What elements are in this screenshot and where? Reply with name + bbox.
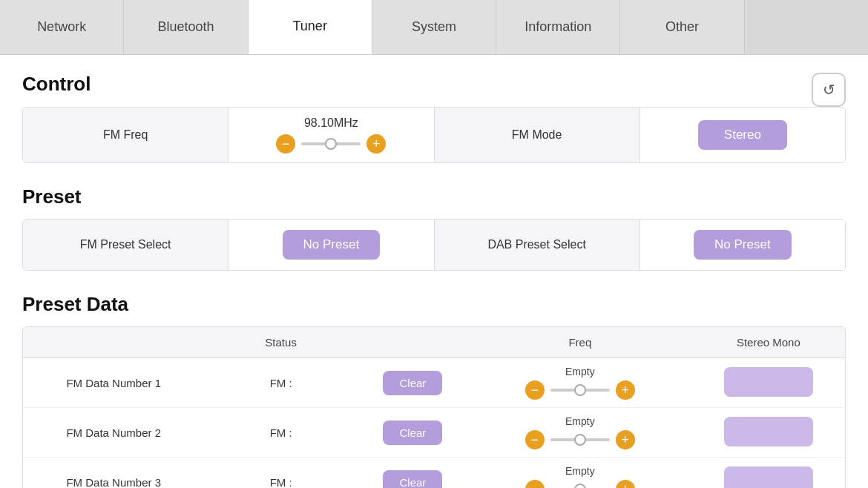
row1-stereo-placeholder (724, 367, 813, 397)
tab-tuner[interactable]: Tuner (249, 0, 372, 54)
row1-clear-cell: Clear (358, 371, 468, 395)
row3-clear-button[interactable]: Clear (383, 470, 442, 489)
row3-minus-button[interactable]: − (525, 480, 545, 488)
fm-freq-value-cell: 98.10MHz − + (228, 108, 434, 162)
row2-clear-button[interactable]: Clear (383, 421, 442, 445)
row3-stereo (692, 466, 845, 489)
freq-slider-thumb (325, 138, 337, 150)
row3-freq-slider: − + (525, 480, 635, 488)
stereo-button[interactable]: Stereo (698, 120, 787, 150)
main-content: Control ↺ FM Freq 98.10MHz − + FM Mode (0, 55, 868, 488)
tab-other[interactable]: Other (620, 0, 744, 54)
row2-stereo (692, 417, 845, 449)
tab-bluetooth[interactable]: Bluetooth (124, 0, 248, 54)
table-row: FM Data Number 3 FM : Clear Empty − + (23, 458, 845, 488)
table-header: Status Freq Stereo Mono (23, 327, 845, 358)
row3-clear-cell: Clear (358, 470, 468, 489)
row2-minus-button[interactable]: − (525, 430, 545, 449)
dab-preset-btn-cell: No Preset (640, 220, 845, 270)
row2-slider-track[interactable] (550, 438, 610, 441)
th-stereo-mono: Stereo Mono (692, 333, 845, 352)
row1-name: FM Data Number 1 (23, 377, 204, 389)
row2-freq: Empty − + (468, 415, 692, 449)
preset-title: Preset (22, 185, 846, 208)
dab-no-preset-button[interactable]: No Preset (694, 230, 792, 260)
freq-plus-button[interactable]: + (366, 134, 386, 154)
row3-name: FM Data Number 3 (23, 476, 204, 489)
freq-slider-row: − + (276, 134, 386, 154)
row2-clear-cell: Clear (358, 421, 468, 445)
th-clear (358, 333, 468, 352)
row1-slider-track[interactable] (550, 389, 610, 392)
table-row: FM Data Number 1 FM : Clear Empty − + (23, 358, 845, 408)
tab-system[interactable]: System (372, 0, 496, 54)
control-header: Control ↺ (22, 73, 846, 107)
row3-status: FM : (204, 476, 357, 489)
row1-plus-button[interactable]: + (616, 380, 635, 400)
fm-freq-label-cell: FM Freq (23, 108, 228, 162)
freq-value: 98.10MHz (304, 116, 358, 130)
fm-no-preset-button[interactable]: No Preset (283, 230, 381, 260)
row2-freq-slider: − + (525, 430, 635, 449)
preset-row: FM Preset Select No Preset DAB Preset Se… (22, 219, 846, 271)
tab-extra (745, 0, 868, 54)
refresh-icon: ↺ (823, 81, 835, 99)
refresh-button[interactable]: ↺ (812, 73, 846, 107)
stereo-cell: Stereo (640, 108, 845, 162)
row1-minus-button[interactable]: − (525, 380, 545, 400)
th-status: Status (204, 333, 357, 352)
tab-network[interactable]: Network (0, 0, 124, 54)
table-row: FM Data Number 2 FM : Clear Empty − + (23, 408, 845, 458)
row3-freq: Empty − + (468, 465, 692, 488)
freq-minus-button[interactable]: − (276, 134, 295, 154)
fm-mode-label-cell: FM Mode (435, 108, 640, 162)
th-freq: Freq (468, 333, 692, 352)
row1-freq: Empty − + (468, 366, 692, 400)
fm-preset-label-cell: FM Preset Select (23, 220, 228, 270)
row2-slider-thumb (574, 434, 586, 446)
row3-slider-thumb (574, 484, 586, 488)
row1-clear-button[interactable]: Clear (383, 371, 442, 395)
row2-name: FM Data Number 2 (23, 426, 204, 439)
row2-plus-button[interactable]: + (616, 430, 635, 449)
preset-data-table: Status Freq Stereo Mono FM Data Number 1… (22, 326, 846, 488)
row2-stereo-placeholder (724, 417, 813, 446)
row2-status: FM : (204, 426, 357, 439)
control-title: Control (22, 73, 91, 96)
fm-preset-btn-cell: No Preset (228, 220, 434, 270)
tab-bar: Network Bluetooth Tuner System Informati… (0, 0, 868, 55)
preset-data-title: Preset Data (22, 293, 846, 316)
th-name (23, 333, 204, 352)
row3-plus-button[interactable]: + (616, 480, 635, 488)
tab-information[interactable]: Information (496, 0, 620, 54)
row1-status: FM : (204, 377, 357, 389)
dab-preset-label-cell: DAB Preset Select (435, 220, 640, 270)
row1-slider-thumb (574, 384, 586, 396)
row3-stereo-placeholder (724, 466, 813, 489)
row1-freq-slider: − + (525, 380, 635, 400)
control-row: FM Freq 98.10MHz − + FM Mode Stereo (22, 107, 846, 163)
row1-stereo (692, 367, 845, 399)
freq-slider-track[interactable] (301, 142, 361, 145)
